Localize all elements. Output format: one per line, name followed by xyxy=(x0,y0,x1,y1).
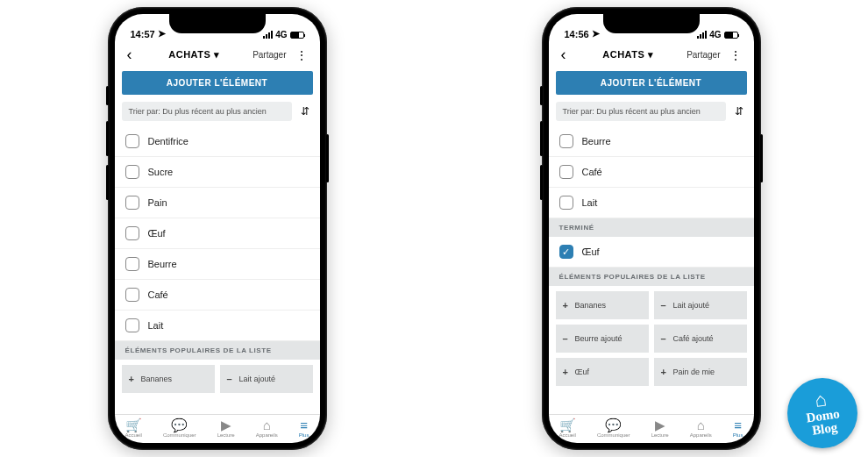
plus-icon: + xyxy=(129,374,136,384)
checkbox[interactable] xyxy=(125,288,139,302)
popular-item[interactable]: –Lait ajouté xyxy=(654,291,747,319)
sort-chip[interactable]: Trier par: Du plus récent au plus ancien xyxy=(556,102,726,121)
item-label: Œuf xyxy=(582,246,600,257)
checkbox[interactable] xyxy=(559,165,573,179)
popular-label: Bananes xyxy=(141,375,173,383)
chat-icon: 💬 xyxy=(163,418,196,433)
sort-icon[interactable]: ⇵ xyxy=(297,105,313,118)
popular-item[interactable]: –Beurre ajouté xyxy=(556,325,649,353)
back-button[interactable]: ‹ xyxy=(124,46,136,64)
popular-label: Pain de mie xyxy=(673,368,715,376)
home-icon: 🛒 xyxy=(559,418,576,433)
popular-section-header: ÉLÉMENTS POPULAIRES DE LA LISTE xyxy=(115,341,320,360)
list-item[interactable]: Lait xyxy=(549,188,754,218)
network-label: 4G xyxy=(709,30,721,39)
page-title[interactable]: ACHATS xyxy=(168,49,210,60)
list-item[interactable]: Beurre xyxy=(115,249,320,280)
item-label: Pain xyxy=(148,197,167,208)
tab-communicate[interactable]: 💬Communiquer xyxy=(597,418,630,439)
popular-item[interactable]: +Bananes xyxy=(122,365,215,393)
popular-label: Lait ajouté xyxy=(239,375,276,383)
plus-icon: + xyxy=(563,300,570,311)
list-item[interactable]: Lait xyxy=(115,311,320,341)
more-menu-button[interactable]: ⋮ xyxy=(726,48,745,62)
popular-label: Œuf xyxy=(575,368,590,376)
signal-icon xyxy=(263,31,273,39)
list-content: Dentifrice Sucre Pain Œuf Beurre Café La… xyxy=(115,126,320,414)
signal-icon xyxy=(697,31,707,39)
tab-play[interactable]: ▶Lecture xyxy=(651,418,669,439)
home-icon: 🛒 xyxy=(125,418,142,433)
tab-more[interactable]: ≡Plus xyxy=(733,418,743,439)
tab-home[interactable]: 🛒Accueil xyxy=(125,418,142,439)
checkbox[interactable] xyxy=(125,318,139,332)
item-label: Sucre xyxy=(148,167,174,177)
sort-chip[interactable]: Trier par: Du plus récent au plus ancien xyxy=(122,102,292,121)
checkbox[interactable] xyxy=(125,257,139,271)
item-label: Lait xyxy=(582,197,598,208)
minus-icon: – xyxy=(563,333,570,344)
tab-devices[interactable]: ⌂Appareils xyxy=(690,418,712,439)
popular-label: Café ajouté xyxy=(673,334,714,343)
location-icon: ➤ xyxy=(158,28,166,39)
popular-item[interactable]: –Café ajouté xyxy=(654,325,747,353)
notch xyxy=(603,14,700,33)
plus-icon: + xyxy=(661,367,668,377)
network-label: 4G xyxy=(275,30,287,39)
notch xyxy=(169,14,266,33)
list-item-done[interactable]: ✓Œuf xyxy=(549,237,754,268)
tab-devices[interactable]: ⌂Appareils xyxy=(256,418,278,439)
item-label: Beurre xyxy=(582,136,611,146)
minus-icon: – xyxy=(661,300,668,311)
checkbox-checked[interactable]: ✓ xyxy=(559,245,573,259)
checkbox[interactable] xyxy=(559,134,573,148)
checkbox[interactable] xyxy=(125,165,139,179)
minus-icon: – xyxy=(661,333,668,344)
popular-item[interactable]: +Pain de mie xyxy=(654,358,747,386)
checkbox[interactable] xyxy=(125,226,139,240)
tab-home[interactable]: 🛒Accueil xyxy=(559,418,576,439)
share-button[interactable]: Partager xyxy=(253,50,286,60)
sort-icon[interactable]: ⇵ xyxy=(731,105,747,118)
popular-item[interactable]: +Bananes xyxy=(556,291,649,319)
item-label: Œuf xyxy=(148,228,166,239)
tab-communicate[interactable]: 💬Communiquer xyxy=(163,418,196,439)
back-button[interactable]: ‹ xyxy=(558,46,570,64)
add-item-button[interactable]: AJOUTER L'ÉLÉMENT xyxy=(556,71,747,95)
list-item[interactable]: Beurre xyxy=(549,126,754,157)
checkbox[interactable] xyxy=(125,196,139,210)
nav-header: ‹ ACHATS ▾ Partager ⋮ xyxy=(549,40,754,71)
list-item[interactable]: Dentifrice xyxy=(115,126,320,157)
plus-icon: + xyxy=(563,367,570,377)
list-item[interactable]: Pain xyxy=(115,188,320,218)
location-icon: ➤ xyxy=(592,28,600,39)
page-title[interactable]: ACHATS xyxy=(602,49,644,60)
popular-label: Beurre ajouté xyxy=(575,334,623,343)
minus-icon: – xyxy=(227,374,234,384)
popular-item[interactable]: –Lait ajouté xyxy=(220,365,313,393)
more-menu-button[interactable]: ⋮ xyxy=(292,48,311,62)
list-item[interactable]: Sucre xyxy=(115,157,320,188)
play-icon: ▶ xyxy=(217,418,235,433)
devices-icon: ⌂ xyxy=(690,418,712,433)
tab-play[interactable]: ▶Lecture xyxy=(217,418,235,439)
chat-icon: 💬 xyxy=(597,418,630,433)
share-button[interactable]: Partager xyxy=(687,50,720,60)
list-item[interactable]: Œuf xyxy=(115,218,320,249)
clock: 14:57 xyxy=(131,29,155,39)
list-content: Beurre Café Lait TERMINÉ ✓Œuf ÉLÉMENTS P… xyxy=(549,126,754,414)
add-item-button[interactable]: AJOUTER L'ÉLÉMENT xyxy=(122,71,313,95)
list-item[interactable]: Café xyxy=(115,280,320,311)
checkbox[interactable] xyxy=(125,134,139,148)
tab-more[interactable]: ≡Plus xyxy=(299,418,309,439)
checkbox[interactable] xyxy=(559,196,573,210)
popular-label: Lait ajouté xyxy=(673,301,710,310)
popular-item[interactable]: +Œuf xyxy=(556,358,649,386)
tab-bar: 🛒Accueil 💬Communiquer ▶Lecture ⌂Appareil… xyxy=(549,414,754,444)
list-item[interactable]: Café xyxy=(549,157,754,188)
tab-bar: 🛒Accueil 💬Communiquer ▶Lecture ⌂Appareil… xyxy=(115,414,320,444)
phone-device-2: 14:56 ➤ 4G ‹ ACHATS ▾ Partager ⋮ AJOUTER… xyxy=(542,7,761,450)
item-label: Lait xyxy=(148,320,164,331)
done-section-header: TERMINÉ xyxy=(549,218,754,237)
clock: 14:56 xyxy=(565,29,589,39)
